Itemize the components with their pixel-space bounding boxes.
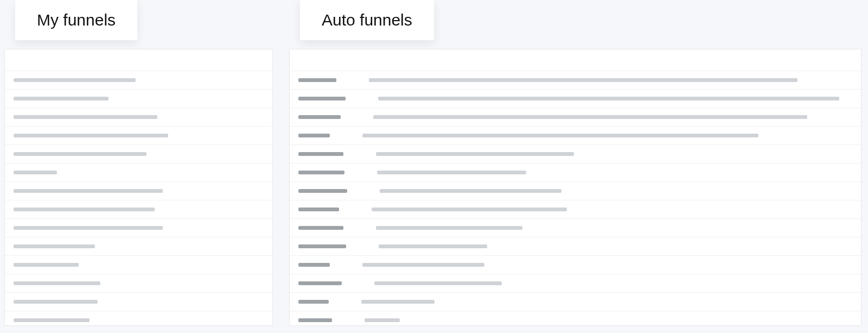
list-item[interactable] xyxy=(290,311,861,326)
placeholder-bar-secondary xyxy=(14,244,95,248)
placeholder-bar-primary xyxy=(298,152,343,156)
placeholder-bar-secondary xyxy=(362,263,484,267)
list-item[interactable] xyxy=(5,274,272,293)
my-funnels-title: My funnels My funnels xyxy=(15,0,137,40)
placeholder-bar-primary xyxy=(298,226,343,230)
placeholder-bar-secondary xyxy=(14,115,157,119)
placeholder-bar-secondary xyxy=(14,226,163,230)
placeholder-bar-secondary xyxy=(373,115,807,119)
placeholder-bar-secondary xyxy=(14,208,155,211)
placeholder-bar-primary xyxy=(298,208,339,211)
placeholder-bar-primary xyxy=(298,115,341,119)
placeholder-bar-secondary xyxy=(372,208,567,211)
placeholder-bar-primary xyxy=(298,263,330,267)
placeholder-bar-primary xyxy=(298,244,346,248)
auto-funnels-card xyxy=(289,49,861,326)
list-item[interactable] xyxy=(290,274,861,293)
placeholder-bar-secondary xyxy=(361,300,435,304)
placeholder-bar-secondary xyxy=(378,97,839,100)
placeholder-bar-secondary xyxy=(14,152,146,156)
list-item[interactable] xyxy=(290,182,861,200)
my-funnels-panel: My funnels My funnels xyxy=(4,49,273,333)
auto-funnels-title: Auto funnels Auto funnels xyxy=(300,0,434,40)
placeholder-bar-secondary xyxy=(14,78,136,82)
list-item[interactable] xyxy=(290,256,861,274)
placeholder-bar-secondary xyxy=(14,318,90,322)
list-item[interactable] xyxy=(5,237,272,256)
placeholder-bar-secondary xyxy=(377,171,526,174)
placeholder-bar-secondary xyxy=(380,189,561,193)
list-item[interactable] xyxy=(5,164,272,182)
placeholder-bar-secondary xyxy=(14,263,79,267)
list-item[interactable] xyxy=(5,256,272,274)
placeholder-bar-secondary xyxy=(379,244,487,248)
list-item[interactable] xyxy=(5,71,272,90)
list-item[interactable] xyxy=(5,200,272,219)
auto-funnels-panel: Auto funnels Auto funnels xyxy=(289,49,861,333)
list-item[interactable] xyxy=(290,200,861,219)
placeholder-bar-secondary xyxy=(362,134,758,137)
list-item[interactable] xyxy=(290,127,861,145)
list-item[interactable] xyxy=(5,182,272,200)
my-funnels-list xyxy=(5,71,272,326)
placeholder-bar-primary xyxy=(298,300,329,304)
placeholder-bar-primary xyxy=(298,281,342,285)
placeholder-bar-primary xyxy=(298,78,336,82)
placeholder-bar-secondary xyxy=(14,281,100,285)
list-item[interactable] xyxy=(5,108,272,127)
list-item[interactable] xyxy=(290,219,861,237)
list-item[interactable] xyxy=(5,127,272,145)
placeholder-bar-secondary xyxy=(369,78,797,82)
placeholder-bar-secondary xyxy=(365,318,400,322)
placeholder-bar-primary xyxy=(298,189,347,193)
placeholder-bar-primary xyxy=(298,318,332,322)
placeholder-bar-secondary xyxy=(14,171,57,174)
placeholder-bar-secondary xyxy=(376,152,574,156)
placeholder-bar-secondary xyxy=(14,189,163,193)
list-item[interactable] xyxy=(5,293,272,311)
list-item[interactable] xyxy=(290,71,861,90)
list-item[interactable] xyxy=(290,293,861,311)
placeholder-bar-primary xyxy=(298,134,330,137)
list-item[interactable] xyxy=(290,237,861,256)
auto-funnels-list xyxy=(290,71,861,326)
placeholder-bar-secondary xyxy=(14,134,168,137)
placeholder-bar-secondary xyxy=(374,281,502,285)
placeholder-bar-primary xyxy=(298,171,344,174)
list-item[interactable] xyxy=(5,219,272,237)
list-item[interactable] xyxy=(290,145,861,164)
list-item[interactable] xyxy=(290,108,861,127)
list-item[interactable] xyxy=(290,164,861,182)
auto-funnels-header-spacer xyxy=(290,49,861,71)
placeholder-bar-secondary xyxy=(376,226,522,230)
list-item[interactable] xyxy=(5,90,272,108)
list-item[interactable] xyxy=(290,90,861,108)
my-funnels-card xyxy=(4,49,273,326)
placeholder-bar-primary xyxy=(298,97,346,100)
placeholder-bar-secondary xyxy=(14,97,108,100)
list-item[interactable] xyxy=(5,145,272,164)
list-item[interactable] xyxy=(5,311,272,326)
my-funnels-header-spacer xyxy=(5,49,272,71)
placeholder-bar-secondary xyxy=(14,300,98,304)
